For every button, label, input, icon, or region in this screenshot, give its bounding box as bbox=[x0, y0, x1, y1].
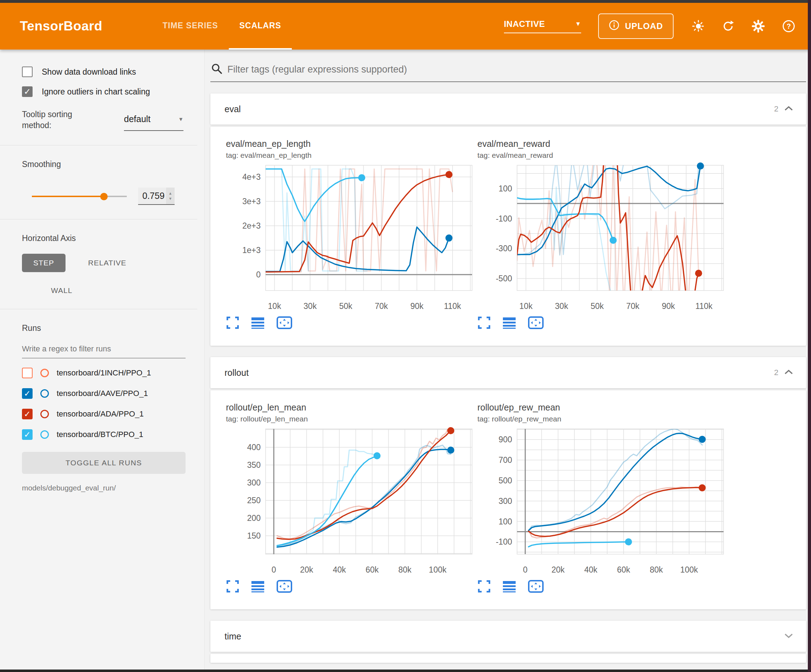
data-table-icon[interactable] bbox=[502, 580, 516, 593]
app-header: TensorBoard TIME SERIES SCALARS INACTIVE… bbox=[0, 3, 811, 49]
fit-domain-icon[interactable] bbox=[276, 580, 292, 593]
section-header-time[interactable]: time bbox=[210, 621, 806, 652]
svg-text:80k: 80k bbox=[399, 565, 412, 574]
fullscreen-icon[interactable] bbox=[226, 316, 239, 330]
run-checkbox[interactable]: ✓ bbox=[22, 388, 32, 399]
fit-domain-icon[interactable] bbox=[528, 580, 544, 593]
svg-text:30k: 30k bbox=[304, 301, 317, 311]
chart-title: eval/mean_reward bbox=[477, 139, 713, 149]
run-color-ring-icon[interactable] bbox=[41, 410, 49, 418]
svg-text:70k: 70k bbox=[375, 301, 388, 311]
axis-step-button[interactable]: STEP bbox=[22, 254, 66, 272]
chart-toolbar bbox=[477, 580, 713, 593]
svg-text:150: 150 bbox=[247, 531, 261, 540]
run-color-ring-icon[interactable] bbox=[41, 369, 49, 377]
run-checkbox[interactable]: ✓ bbox=[22, 429, 32, 440]
number-stepper[interactable]: ▲▼ bbox=[166, 188, 175, 204]
smoothing-slider[interactable] bbox=[32, 193, 127, 200]
svg-text:80k: 80k bbox=[650, 565, 663, 574]
svg-text:3e+3: 3e+3 bbox=[242, 197, 261, 206]
chart-toolbar bbox=[226, 316, 462, 330]
tab-scalars[interactable]: SCALARS bbox=[229, 3, 292, 49]
section-count-badge: 2 bbox=[774, 104, 779, 113]
section-header-eval[interactable]: eval 2 bbox=[210, 93, 806, 125]
run-checkbox[interactable]: ✓ bbox=[22, 409, 32, 419]
chart-tag: tag: eval/mean_reward bbox=[477, 151, 713, 159]
ignore-outliers-checkbox[interactable] bbox=[22, 86, 32, 97]
section-content-rollout: rollout/ep_len_mean tag: rollout/ep_len_… bbox=[210, 390, 806, 609]
smoothing-label: Smoothing bbox=[22, 159, 187, 169]
axis-wall-button[interactable]: WALL bbox=[51, 286, 72, 295]
tag-filter-input[interactable] bbox=[227, 64, 805, 75]
smoothing-value-input[interactable]: 0.759 ▲▼ bbox=[138, 188, 175, 205]
run-row-1inch[interactable]: tensorboard/1INCH/PPO_1 bbox=[22, 368, 187, 378]
fullscreen-icon[interactable] bbox=[226, 580, 239, 593]
data-table-icon[interactable] bbox=[251, 316, 265, 330]
search-icon bbox=[211, 63, 222, 76]
fullscreen-icon[interactable] bbox=[477, 580, 491, 593]
stepper-down-icon[interactable]: ▼ bbox=[169, 197, 173, 201]
fit-domain-icon[interactable] bbox=[276, 316, 292, 330]
show-download-links-row[interactable]: Show data download links bbox=[22, 66, 187, 77]
stepper-up-icon[interactable]: ▲ bbox=[169, 191, 173, 195]
settings-sidebar: Show data download links Ignore outliers… bbox=[0, 49, 205, 670]
run-color-ring-icon[interactable] bbox=[41, 389, 49, 398]
chart-eval-mean-ep-length: eval/mean_ep_length tag: eval/mean_ep_le… bbox=[210, 139, 462, 330]
svg-text:-100: -100 bbox=[496, 214, 512, 223]
run-color-ring-icon[interactable] bbox=[41, 430, 49, 439]
upload-button[interactable]: UPLOAD bbox=[598, 14, 674, 39]
refresh-icon[interactable] bbox=[722, 20, 735, 32]
svg-text:-300: -300 bbox=[496, 244, 512, 253]
chart-plot-area[interactable]: 10k30k50k70k90k110k01e+32e+33e+34e+3 bbox=[226, 162, 476, 311]
chart-plot-area[interactable]: 10k30k50k70k90k110k100-100-300-500 bbox=[477, 162, 728, 311]
run-checkbox[interactable] bbox=[22, 368, 32, 378]
status-dropdown-value: INACTIVE bbox=[504, 19, 545, 29]
chevron-up-icon[interactable] bbox=[784, 105, 793, 113]
chevron-up-icon[interactable] bbox=[784, 369, 793, 376]
toggle-all-runs-button[interactable]: TOGGLE ALL RUNS bbox=[22, 452, 186, 474]
help-icon[interactable]: ? bbox=[782, 19, 796, 33]
svg-text:900: 900 bbox=[499, 435, 512, 444]
svg-text:350: 350 bbox=[247, 460, 261, 470]
svg-text:250: 250 bbox=[247, 496, 261, 505]
run-row-aave[interactable]: ✓ tensorboard/AAVE/PPO_1 bbox=[22, 388, 187, 399]
ignore-outliers-row[interactable]: Ignore outliers in chart scaling bbox=[22, 86, 187, 97]
sidebar-divider bbox=[0, 309, 197, 309]
chart-eval-mean-reward: eval/mean_reward tag: eval/mean_reward 1… bbox=[462, 139, 713, 330]
svg-text:100: 100 bbox=[499, 184, 512, 193]
svg-text:400: 400 bbox=[247, 443, 261, 452]
svg-text:-500: -500 bbox=[496, 274, 512, 283]
chevron-down-icon[interactable] bbox=[784, 633, 793, 640]
svg-text:?: ? bbox=[787, 22, 791, 30]
show-download-links-checkbox[interactable] bbox=[22, 66, 32, 77]
runs-filter-input[interactable] bbox=[22, 342, 186, 359]
tooltip-sorting-value: default bbox=[124, 114, 151, 124]
svg-text:100k: 100k bbox=[429, 565, 446, 574]
app-title: TensorBoard bbox=[20, 19, 102, 34]
upload-button-label: UPLOAD bbox=[625, 21, 663, 31]
chart-plot-area[interactable]: 020k40k60k80k100k-100100300500700900 bbox=[477, 426, 728, 575]
tooltip-sorting-select[interactable]: default ▼ bbox=[124, 111, 183, 131]
brightness-icon[interactable] bbox=[692, 20, 705, 32]
chart-plot-area[interactable]: 020k40k60k80k100k150200250300350400 bbox=[226, 426, 476, 575]
section-header-rollout[interactable]: rollout 2 bbox=[210, 357, 806, 388]
settings-gear-icon[interactable] bbox=[752, 19, 765, 33]
chart-toolbar bbox=[226, 580, 462, 593]
chart-tag: tag: rollout/ep_len_mean bbox=[226, 415, 462, 423]
data-table-icon[interactable] bbox=[502, 316, 516, 330]
info-icon bbox=[609, 20, 619, 32]
run-row-btc[interactable]: ✓ tensorboard/BTC/PPO_1 bbox=[22, 429, 187, 440]
svg-text:300: 300 bbox=[499, 496, 512, 506]
fullscreen-icon[interactable] bbox=[477, 316, 491, 330]
slider-thumb[interactable] bbox=[100, 193, 108, 200]
axis-relative-button[interactable]: RELATIVE bbox=[88, 259, 126, 267]
chart-tag: tag: rollout/ep_rew_mean bbox=[477, 415, 713, 423]
svg-text:50k: 50k bbox=[591, 301, 604, 311]
svg-text:2e+3: 2e+3 bbox=[242, 221, 261, 230]
tab-time-series[interactable]: TIME SERIES bbox=[152, 3, 229, 49]
run-row-ada[interactable]: ✓ tensorboard/ADA/PPO_1 bbox=[22, 409, 187, 419]
fit-domain-icon[interactable] bbox=[528, 316, 544, 330]
data-table-icon[interactable] bbox=[251, 580, 265, 593]
status-dropdown[interactable]: INACTIVE ▼ bbox=[504, 19, 581, 33]
svg-text:90k: 90k bbox=[662, 301, 675, 311]
